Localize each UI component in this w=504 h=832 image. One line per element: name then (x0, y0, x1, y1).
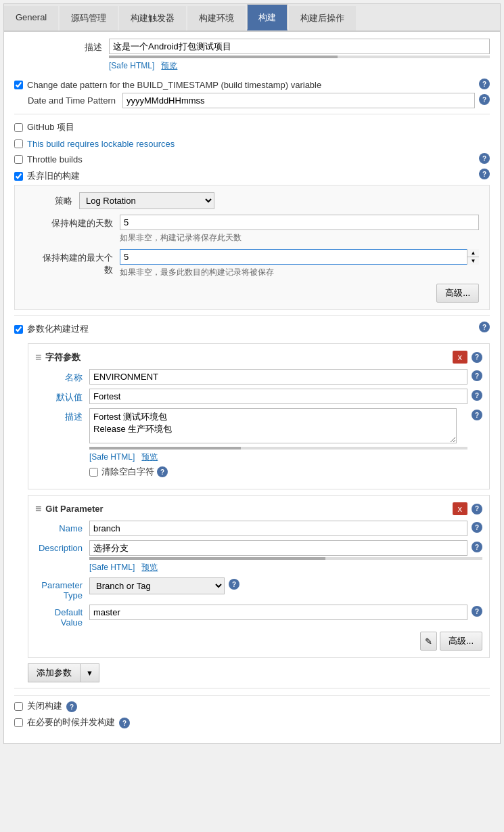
git-name-label: Name (35, 521, 89, 533)
char-clear-checkbox[interactable] (89, 468, 98, 477)
git-preview-link[interactable]: 预览 (141, 563, 158, 572)
git-desc-row: Description ? [Safe HTML] 预览 (35, 540, 482, 573)
throttle-section: Throttle builds (14, 154, 475, 165)
close-build-help[interactable]: ? (66, 701, 77, 712)
close-build-label: 关闭构建 (27, 700, 62, 712)
discard-section-header: 丢弃旧的构建 (14, 170, 475, 182)
char-param-close-btn[interactable]: x (453, 351, 468, 364)
git-desc-label: Description (35, 540, 89, 553)
git-param-box: Git Parameter x ? Name ? (28, 495, 490, 658)
github-label: GitHub 项目 (27, 121, 74, 133)
divider-2 (14, 315, 490, 316)
char-clear-label: 清除空白字符 (101, 466, 154, 478)
lockable-checkbox[interactable] (14, 139, 23, 148)
advanced-btn-row: 高级... (25, 284, 479, 303)
days-hint: 如果非空，构建记录将保存此天数 (120, 232, 479, 244)
git-safe-html-link[interactable]: [Safe HTML] (89, 563, 135, 572)
git-desc-help[interactable]: ? (472, 542, 482, 552)
timestamp-label: Change date pattern for the BUILD_TIMEST… (27, 80, 321, 90)
git-default-input[interactable] (89, 605, 467, 620)
timestamp-help-icon[interactable]: ? (479, 79, 490, 89)
char-default-input[interactable] (89, 389, 467, 404)
preview-link[interactable]: 预览 (161, 61, 177, 70)
tab-source[interactable]: 源码管理 (60, 6, 118, 30)
tab-post-build[interactable]: 构建后操作 (289, 6, 356, 30)
git-safe-html-row: [Safe HTML] 预览 (89, 562, 482, 573)
spinner: ▲ ▼ (467, 249, 479, 265)
throttle-checkbox[interactable] (14, 155, 23, 164)
datetime-help-icon[interactable]: ? (479, 94, 490, 105)
git-type-select[interactable]: Branch or Tag (89, 577, 225, 594)
tab-general[interactable]: General (4, 6, 58, 30)
concurrent-build-help[interactable]: ? (119, 718, 130, 728)
git-type-select-row: Branch or Tag ? (89, 577, 482, 594)
git-param-help-icon[interactable]: ? (472, 504, 482, 514)
char-default-input-wrap: ? (89, 389, 482, 404)
char-desc-textarea[interactable]: Fortest 测试环境包 Release 生产环境包 (89, 408, 457, 443)
scroll-thumb (109, 56, 338, 58)
timestamp-checkbox[interactable] (14, 81, 23, 89)
parameterize-label: 参数化构建过程 (27, 323, 89, 335)
char-preview-link[interactable]: 预览 (141, 452, 158, 462)
add-param-row: 添加参数 ▼ (28, 663, 490, 682)
char-param-help-icon[interactable]: ? (472, 352, 482, 363)
max-label: 保持构建的最大个数 (39, 249, 120, 276)
char-default-help[interactable]: ? (472, 390, 482, 401)
discard-label: 丢弃旧的构建 (27, 170, 80, 182)
git-desc-input-wrap: ? [Safe HTML] 预览 (89, 540, 482, 573)
add-param-arrow-btn[interactable]: ▼ (80, 663, 99, 682)
tab-env[interactable]: 构建环境 (187, 6, 246, 30)
git-name-row: Name ? (35, 521, 482, 536)
git-type-row: Parameter Type Branch or Tag ? (35, 577, 482, 600)
strategy-select[interactable]: Log Rotation (79, 192, 214, 209)
days-input[interactable] (120, 215, 479, 230)
max-row: 保持构建的最大个数 ▲ ▼ 如果非空，最多此数目的构建记录将被保存 (39, 249, 479, 278)
github-checkbox[interactable] (14, 123, 23, 132)
git-desc-scroll-thumb (89, 557, 325, 560)
bottom-section: 关闭构建 ? 在必要的时候并发构建 ? (14, 695, 490, 737)
discard-checkbox[interactable] (14, 172, 23, 181)
throttle-help-icon[interactable]: ? (479, 153, 490, 164)
parameterize-help-icon[interactable]: ? (479, 322, 490, 332)
git-edit-button[interactable]: ✎ (420, 632, 437, 651)
description-input[interactable] (109, 39, 490, 54)
max-input[interactable] (120, 249, 479, 265)
char-clear-row: 清除空白字符 ? (89, 466, 482, 478)
git-default-help[interactable]: ? (472, 606, 482, 617)
parameterize-checkbox[interactable] (14, 325, 23, 334)
char-safe-html-link[interactable]: [Safe HTML] (89, 452, 135, 462)
git-param-close-btn[interactable]: x (453, 502, 468, 515)
char-name-row: 名称 ? (35, 369, 482, 385)
max-hint: 如果非空，最多此数目的构建记录将被保存 (120, 267, 479, 278)
throttle-row: Throttle builds ? (14, 152, 490, 167)
char-desc-row: 描述 Fortest 测试环境包 Release 生产环境包 ? (35, 408, 482, 478)
spinner-down[interactable]: ▼ (467, 257, 479, 265)
datetime-control: ? (122, 93, 490, 108)
discard-section-body: 策略 Log Rotation 保持构建的天数 如果非空，构建记录将保存此天数 … (14, 185, 490, 310)
char-desc-help[interactable]: ? (472, 410, 482, 420)
git-name-input[interactable] (89, 521, 467, 536)
spinner-up[interactable]: ▲ (467, 249, 479, 257)
discard-help-icon[interactable]: ? (479, 169, 490, 179)
char-name-help[interactable]: ? (472, 370, 482, 381)
git-name-help[interactable]: ? (472, 522, 482, 533)
divider-1 (14, 114, 490, 114)
days-row: 保持构建的天数 如果非空，构建记录将保存此天数 (39, 215, 479, 244)
datetime-input[interactable] (122, 93, 475, 108)
git-type-help[interactable]: ? (229, 579, 239, 590)
git-advanced-button[interactable]: 高级... (440, 632, 482, 651)
concurrent-build-checkbox[interactable] (14, 718, 23, 727)
char-name-input[interactable] (89, 369, 467, 385)
close-build-checkbox[interactable] (14, 702, 23, 711)
max-input-wrap: ▲ ▼ 如果非空，最多此数目的构建记录将被保存 (120, 249, 479, 278)
char-name-label: 名称 (35, 369, 89, 384)
char-clear-help[interactable]: ? (157, 466, 168, 477)
advanced-button[interactable]: 高级... (436, 284, 479, 303)
safe-html-link[interactable]: [Safe HTML] (109, 61, 154, 70)
tab-build[interactable]: 构建 (247, 4, 288, 30)
add-param-main-btn[interactable]: 添加参数 (28, 663, 80, 682)
git-default-label: Default Value (35, 605, 89, 628)
parameterize-header: 参数化构建过程 (14, 323, 475, 335)
tab-trigger[interactable]: 构建触发器 (119, 6, 186, 30)
git-desc-input[interactable] (89, 540, 467, 556)
